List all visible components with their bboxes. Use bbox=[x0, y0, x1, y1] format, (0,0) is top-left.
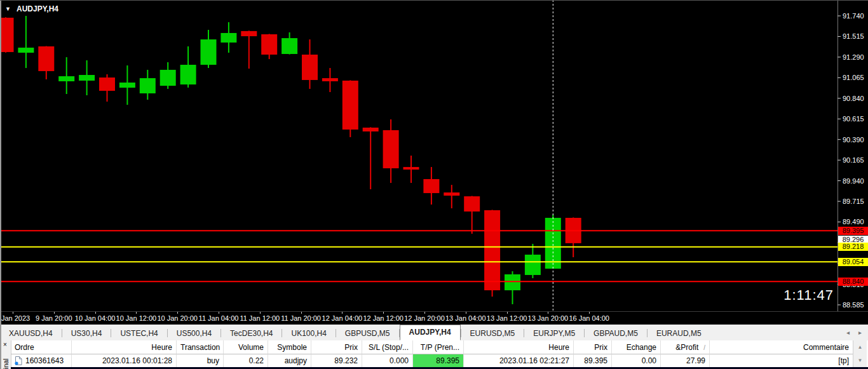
tab-audjpy-h4[interactable]: AUDJPY,H4 bbox=[400, 325, 461, 340]
tab-ustec-h4[interactable]: USTEC,H4 bbox=[111, 327, 166, 340]
x-axis-label: 13 Jan 04:00 bbox=[445, 314, 486, 322]
time-tick bbox=[136, 312, 137, 314]
cell-value: 89.395 bbox=[584, 354, 607, 367]
scroll-right-icon[interactable]: ▸ bbox=[858, 329, 862, 336]
terminal-panel: × Terminal OrdreHeureTransactionVolumeSy… bbox=[0, 340, 868, 369]
x-axis-label: 10 Jan 20:00 bbox=[157, 314, 198, 322]
time-tick bbox=[466, 312, 466, 314]
candle-body bbox=[423, 179, 439, 193]
price-badge: 88.840 bbox=[838, 278, 868, 286]
scrollbar-up-icon[interactable]: ▲ bbox=[853, 340, 867, 354]
candle-body bbox=[201, 39, 217, 65]
chart-plot[interactable] bbox=[0, 0, 868, 311]
tab-us500-h4[interactable]: US500,H4 bbox=[168, 327, 220, 340]
column-header-heure[interactable]: Heure bbox=[72, 340, 177, 354]
orders-table-header: OrdreHeureTransactionVolumeSymbolePrixS/… bbox=[11, 340, 853, 354]
order-row[interactable]: 1603616432023.01.16 00:01:28buy0.22audjp… bbox=[11, 354, 853, 367]
tab-us30-h4[interactable]: US30,H4 bbox=[62, 327, 111, 340]
x-axis-label: 13 Jan 20:00 bbox=[528, 314, 569, 322]
order-cell: 0.00 bbox=[612, 354, 661, 367]
cell-value: [tp] bbox=[838, 354, 849, 367]
column-header-symbole[interactable]: Symbole bbox=[268, 340, 311, 354]
y-axis-label: 90.615 bbox=[843, 115, 864, 123]
y-axis-label: 89.715 bbox=[843, 198, 864, 205]
column-header-commentaire[interactable]: Commentaire bbox=[710, 340, 853, 354]
time-tick bbox=[301, 312, 302, 314]
y-axis-label: 91.740 bbox=[843, 12, 864, 20]
cell-value: 0.000 bbox=[390, 354, 409, 367]
column-header-echange[interactable]: Echange bbox=[612, 340, 661, 354]
tab-eurusd-m5[interactable]: EURUSD,M5 bbox=[461, 327, 524, 340]
close-icon[interactable]: × bbox=[1, 341, 9, 349]
candle-body bbox=[302, 55, 318, 80]
y-axis-label: 90.165 bbox=[843, 156, 864, 164]
candle-body bbox=[464, 196, 480, 211]
y-axis-label: 91.065 bbox=[843, 74, 864, 81]
candle-body bbox=[58, 76, 74, 81]
time-tick bbox=[260, 312, 261, 314]
candle-body bbox=[322, 78, 338, 81]
x-axis-label: 9 Jan 2023 bbox=[0, 314, 30, 322]
time-tick bbox=[548, 312, 548, 314]
y-axis-label: 91.515 bbox=[843, 32, 864, 40]
tab-gbpusd-m5[interactable]: GBPUSD,M5 bbox=[336, 327, 399, 340]
x-axis-label: 11 Jan 04:00 bbox=[199, 314, 239, 322]
cell-value: 0.22 bbox=[249, 354, 264, 367]
candle-body bbox=[220, 33, 236, 43]
orders-table-body: 1603616432023.01.16 00:01:28buy0.22audjp… bbox=[11, 354, 853, 367]
chart-symbol-dropdown-icon[interactable]: ▼ bbox=[5, 6, 11, 12]
window-top-edge bbox=[0, 0, 868, 1]
order-cell: [tp] bbox=[710, 354, 853, 367]
scrollbar-down-icon[interactable]: ▼ bbox=[853, 354, 867, 367]
column-header-ordre[interactable]: Ordre bbox=[11, 340, 72, 354]
cell-value: 0.00 bbox=[642, 354, 656, 367]
x-axis-label: 16 Jan 04:00 bbox=[569, 314, 609, 322]
candle-body bbox=[383, 130, 399, 168]
tab-xauusd-h4[interactable]: XAUUSD,H4 bbox=[0, 327, 62, 340]
scroll-left-icon[interactable]: ◂ bbox=[846, 329, 850, 336]
cell-value: 89.395 bbox=[436, 354, 459, 367]
column-header-prix[interactable]: Prix bbox=[311, 340, 362, 354]
order-cell: 89.395 bbox=[574, 354, 612, 367]
orders-table: OrdreHeureTransactionVolumeSymbolePrixS/… bbox=[11, 340, 853, 369]
sort-indicator-icon: / bbox=[703, 344, 705, 351]
candle-body bbox=[363, 128, 379, 131]
x-axis-label: 10 Jan 12:00 bbox=[116, 314, 157, 322]
column-header-s-l-stop-[interactable]: S/L (Stop/... bbox=[362, 340, 413, 354]
candle-body bbox=[505, 274, 520, 290]
column-header-transaction[interactable]: Transaction bbox=[177, 340, 224, 354]
order-document-icon bbox=[15, 356, 22, 365]
time-tick bbox=[219, 312, 219, 314]
time-tick bbox=[177, 312, 178, 314]
order-cell: 2023.01.16 00:01:28 bbox=[72, 354, 177, 367]
order-cell: 89.395 bbox=[413, 354, 464, 367]
column-header-heure[interactable]: Heure bbox=[464, 340, 574, 354]
x-axis-label: 13 Jan 12:00 bbox=[487, 314, 527, 322]
time-tick bbox=[589, 312, 590, 314]
price-badge: 89.395 bbox=[838, 227, 868, 235]
column-header-t-p-pren-[interactable]: T/P (Pren... bbox=[413, 340, 464, 354]
time-tick bbox=[342, 312, 342, 314]
tab-tecde30-h4[interactable]: TecDE30,H4 bbox=[221, 327, 281, 340]
x-axis-label: 12 Jan 20:00 bbox=[404, 314, 445, 322]
table-scrollbar[interactable]: ▲ ▼ bbox=[853, 340, 867, 367]
tab-uk100-h4[interactable]: UK100,H4 bbox=[282, 327, 335, 340]
chart-clock: 1:11:47 bbox=[783, 287, 834, 304]
chart-tab-bar: XAUUSD,H4US30,H4USTEC,H4US500,H4TecDE30,… bbox=[0, 325, 868, 340]
tab-euraud-m5[interactable]: EURAUD,M5 bbox=[648, 327, 710, 340]
cell-value: audjpy bbox=[285, 354, 307, 367]
chart-area: ▼ AUDJPY,H4 1:11:47 91.74091.51591.29091… bbox=[0, 0, 868, 325]
candle-body bbox=[38, 46, 54, 71]
cell-value: 27.99 bbox=[686, 354, 705, 367]
column-header--profit[interactable]: &Profit/ bbox=[661, 340, 710, 354]
tab-eurjpy-m5[interactable]: EURJPY,M5 bbox=[524, 327, 584, 340]
y-axis-label: 90.390 bbox=[843, 136, 864, 144]
order-cell: 2023.01.16 02:21:27 bbox=[464, 354, 574, 367]
order-cell: 0.000 bbox=[362, 354, 413, 367]
column-header-prix[interactable]: Prix bbox=[574, 340, 612, 354]
column-header-volume[interactable]: Volume bbox=[224, 340, 268, 354]
cell-value: buy bbox=[207, 354, 219, 367]
tab-gbpaud-m5[interactable]: GBPAUD,M5 bbox=[585, 327, 647, 340]
time-tick bbox=[383, 312, 384, 314]
x-axis-label: 9 Jan 20:00 bbox=[36, 314, 72, 322]
